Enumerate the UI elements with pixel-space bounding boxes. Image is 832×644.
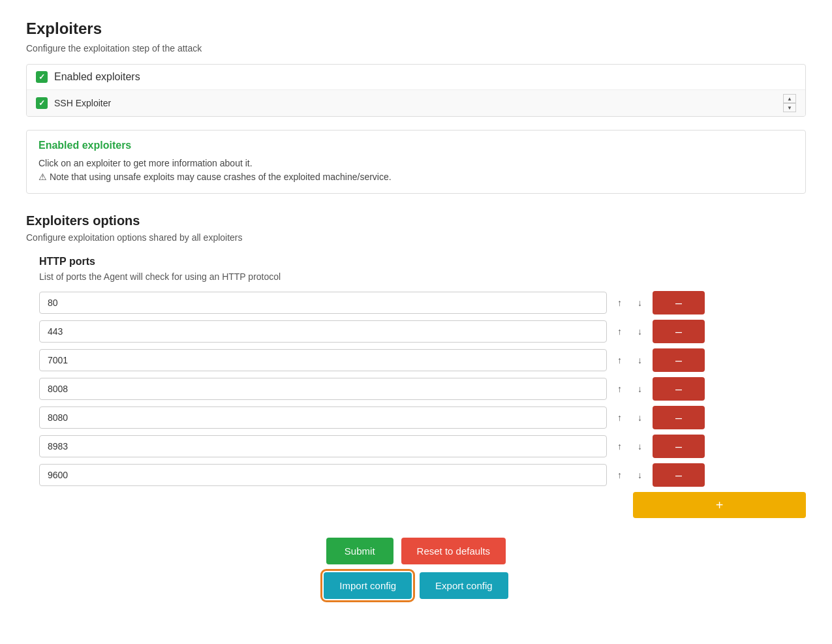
http-ports-title: HTTP ports <box>26 256 806 268</box>
info-box: Enabled exploiters Click on an exploiter… <box>26 130 806 194</box>
info-box-line1: Click on an exploiter to get more inform… <box>39 157 793 170</box>
ssh-exploiter-label: SSH Exploiter <box>54 98 778 108</box>
port-input[interactable] <box>39 378 607 400</box>
add-port-button[interactable]: + <box>633 492 806 518</box>
port-controls: ↑↓– <box>612 406 705 429</box>
move-up-button[interactable]: ↑ <box>612 295 627 311</box>
move-up-button[interactable]: ↑ <box>612 381 627 397</box>
move-down-button[interactable]: ↓ <box>632 438 647 454</box>
remove-port-button[interactable]: – <box>653 463 705 487</box>
submit-button[interactable]: Submit <box>326 538 393 564</box>
port-input[interactable] <box>39 435 607 457</box>
page-subtitle: Configure the exploitation step of the a… <box>26 43 806 54</box>
move-up-button[interactable]: ↑ <box>612 352 627 368</box>
port-controls: ↑↓– <box>612 320 705 343</box>
port-row: ↑↓– <box>39 463 806 487</box>
export-config-button[interactable]: Export config <box>420 572 508 599</box>
reset-button[interactable]: Reset to defaults <box>401 538 506 564</box>
port-row: ↑↓– <box>39 377 806 401</box>
spinner-up-button[interactable]: ▲ <box>783 94 796 103</box>
remove-port-button[interactable]: – <box>653 320 705 343</box>
exploiters-options-subtitle: Configure exploitation options shared by… <box>26 232 806 243</box>
info-box-line2: ⚠ Note that using unsafe exploits may ca… <box>39 170 793 184</box>
enabled-exploiters-checkbox[interactable] <box>36 71 48 83</box>
info-box-title: Enabled exploiters <box>39 140 793 151</box>
config-buttons: Import config Export config <box>26 572 806 599</box>
enabled-exploiters-label: Enabled exploiters <box>54 71 140 83</box>
port-input[interactable] <box>39 320 607 343</box>
exploiters-select-box: Enabled exploiters SSH Exploiter ▲ ▼ <box>26 64 806 117</box>
port-controls: ↑↓– <box>612 463 705 487</box>
action-buttons: Submit Reset to defaults <box>26 538 806 564</box>
port-input[interactable] <box>39 464 607 486</box>
move-down-button[interactable]: ↓ <box>632 381 647 397</box>
port-controls: ↑↓– <box>612 291 705 314</box>
move-down-button[interactable]: ↓ <box>632 410 647 425</box>
remove-port-button[interactable]: – <box>653 435 705 458</box>
move-down-button[interactable]: ↓ <box>632 324 647 339</box>
spinner-down-button[interactable]: ▼ <box>783 103 796 112</box>
move-down-button[interactable]: ↓ <box>632 352 647 368</box>
port-controls: ↑↓– <box>612 435 705 458</box>
port-rows-container: ↑↓–↑↓–↑↓–↑↓–↑↓–↑↓–↑↓– <box>26 291 806 487</box>
port-controls: ↑↓– <box>612 348 705 372</box>
port-row: ↑↓– <box>39 406 806 429</box>
remove-port-button[interactable]: – <box>653 406 705 429</box>
add-button-row: + <box>26 492 806 518</box>
exploiters-options-title: Exploiters options <box>26 213 806 228</box>
port-row: ↑↓– <box>39 435 806 458</box>
ssh-exploiter-checkbox[interactable] <box>36 97 48 109</box>
move-down-button[interactable]: ↓ <box>632 467 647 483</box>
ssh-exploiter-row: SSH Exploiter ▲ ▼ <box>27 90 805 116</box>
page-title: Exploiters <box>26 20 806 38</box>
remove-port-button[interactable]: – <box>653 377 705 401</box>
move-down-button[interactable]: ↓ <box>632 295 647 311</box>
remove-port-button[interactable]: – <box>653 348 705 372</box>
enabled-exploiters-row[interactable]: Enabled exploiters <box>27 65 805 90</box>
ssh-exploiter-spinner: ▲ ▼ <box>783 94 796 112</box>
port-row: ↑↓– <box>39 348 806 372</box>
port-row: ↑↓– <box>39 320 806 343</box>
port-row: ↑↓– <box>39 291 806 314</box>
http-ports-description: List of ports the Agent will check for u… <box>26 271 806 282</box>
move-up-button[interactable]: ↑ <box>612 467 627 483</box>
remove-port-button[interactable]: – <box>653 291 705 314</box>
move-up-button[interactable]: ↑ <box>612 324 627 339</box>
port-input[interactable] <box>39 349 607 371</box>
move-up-button[interactable]: ↑ <box>612 438 627 454</box>
import-config-button[interactable]: Import config <box>324 572 412 599</box>
port-input[interactable] <box>39 406 607 429</box>
port-input[interactable] <box>39 292 607 314</box>
move-up-button[interactable]: ↑ <box>612 410 627 425</box>
port-controls: ↑↓– <box>612 377 705 401</box>
